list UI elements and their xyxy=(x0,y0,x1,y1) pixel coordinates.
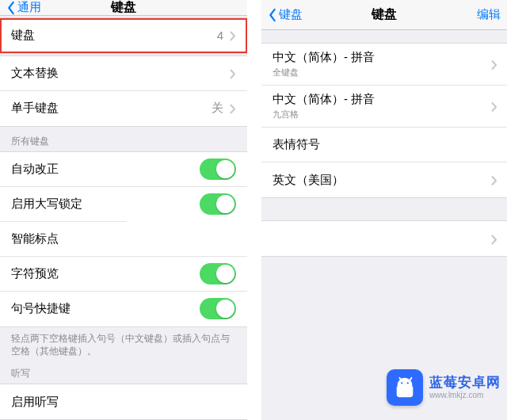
row-enable-dictation-label: 启用听写 xyxy=(11,395,59,410)
settings-pane-keyboard: 通用 键盘 键盘 4 文本替换 单手键盘 关 所有 xyxy=(0,0,247,420)
toggle-caps-lock[interactable] xyxy=(200,193,236,215)
watermark-logo-icon xyxy=(387,369,423,406)
chevron-right-icon xyxy=(230,103,236,113)
row-text-replacement[interactable]: 文本替换 xyxy=(0,56,247,91)
chevron-right-icon xyxy=(230,68,236,78)
chevron-left-icon xyxy=(268,8,277,22)
navbar-left: 通用 键盘 xyxy=(0,0,247,16)
navbar-title: 键盘 xyxy=(111,0,136,16)
row-character-preview-label: 字符预览 xyxy=(11,266,59,281)
chevron-right-icon xyxy=(491,101,497,112)
chevron-right-icon xyxy=(491,59,497,70)
watermark-name: 蓝莓安卓网 xyxy=(429,376,501,391)
watermark: 蓝莓安卓网 www.lmkjz.com xyxy=(387,369,501,406)
row-smart-punctuation-label: 智能标点 xyxy=(11,231,59,246)
settings-pane-keyboard-list: 键盘 键盘 编辑 中文（简体）- 拼音 全键盘 中文（简体）- 拼音 九宫格 表… xyxy=(261,0,507,420)
row-keyboards[interactable]: 键盘 4 xyxy=(0,18,247,53)
toggle-autocorrect[interactable] xyxy=(200,158,236,180)
keyboard-item-label: 英文（美国） xyxy=(273,173,344,188)
chevron-right-icon xyxy=(491,234,497,244)
section-header-dictation: 听写 xyxy=(0,359,247,384)
back-label: 键盘 xyxy=(279,7,303,22)
row-one-handed-label: 单手键盘 xyxy=(11,101,59,116)
keyboard-item-pinyin-9grid[interactable]: 中文（简体）- 拼音 九宫格 xyxy=(261,86,507,128)
svg-point-0 xyxy=(401,382,402,384)
back-button-general[interactable]: 通用 xyxy=(6,0,41,15)
back-button-keyboard[interactable]: 键盘 xyxy=(268,7,303,22)
toggle-period-shortcut[interactable] xyxy=(200,298,236,319)
edit-button[interactable]: 编辑 xyxy=(477,7,501,22)
keyboard-item-label: 中文（简体）- 拼音 xyxy=(273,92,375,107)
row-text-replacement-label: 文本替换 xyxy=(11,66,59,81)
row-enable-dictation[interactable]: 启用听写 xyxy=(0,384,247,419)
watermark-url: www.lmkjz.com xyxy=(429,391,501,399)
toggle-character-preview[interactable] xyxy=(200,263,236,284)
footnote-period-shortcut: 轻点两下空格键插入句号（中文键盘）或插入句点与空格（其他键盘）。 xyxy=(0,327,247,359)
back-label: 通用 xyxy=(17,0,41,15)
row-caps-lock-label: 启用大写锁定 xyxy=(11,197,82,212)
keyboard-item-english-us[interactable]: 英文（美国） xyxy=(261,162,507,197)
section-header-all-keyboards: 所有键盘 xyxy=(0,127,247,151)
chevron-left-icon xyxy=(6,1,16,15)
keyboard-item-label: 中文（简体）- 拼音 xyxy=(273,50,375,65)
row-one-handed-keyboard[interactable]: 单手键盘 关 xyxy=(0,91,247,126)
chevron-right-icon xyxy=(230,30,236,40)
navbar-right: 键盘 键盘 编辑 xyxy=(261,0,507,30)
row-one-handed-value: 关 xyxy=(212,101,223,116)
keyboard-item-pinyin-full[interactable]: 中文（简体）- 拼音 全键盘 xyxy=(261,44,507,86)
chevron-right-icon xyxy=(491,175,497,185)
keyboard-item-label: 表情符号 xyxy=(273,137,320,152)
row-autocorrect[interactable]: 自动改正 xyxy=(0,152,247,187)
row-period-shortcut-label: 句号快捷键 xyxy=(11,301,71,316)
row-caps-lock[interactable]: 启用大写锁定 xyxy=(0,187,247,222)
navbar-title: 键盘 xyxy=(372,6,397,23)
row-character-preview[interactable]: 字符预览 xyxy=(0,257,247,292)
keyboard-item-emoji[interactable]: 表情符号 xyxy=(261,128,507,162)
row-period-shortcut[interactable]: 句号快捷键 xyxy=(0,292,247,326)
keyboard-item-sublabel: 九宫格 xyxy=(273,109,299,120)
row-keyboards-value: 4 xyxy=(217,29,223,42)
row-keyboards-label: 键盘 xyxy=(11,28,35,43)
keyboard-item-sublabel: 全键盘 xyxy=(273,67,299,78)
row-autocorrect-label: 自动改正 xyxy=(11,162,59,177)
svg-point-1 xyxy=(407,382,409,384)
